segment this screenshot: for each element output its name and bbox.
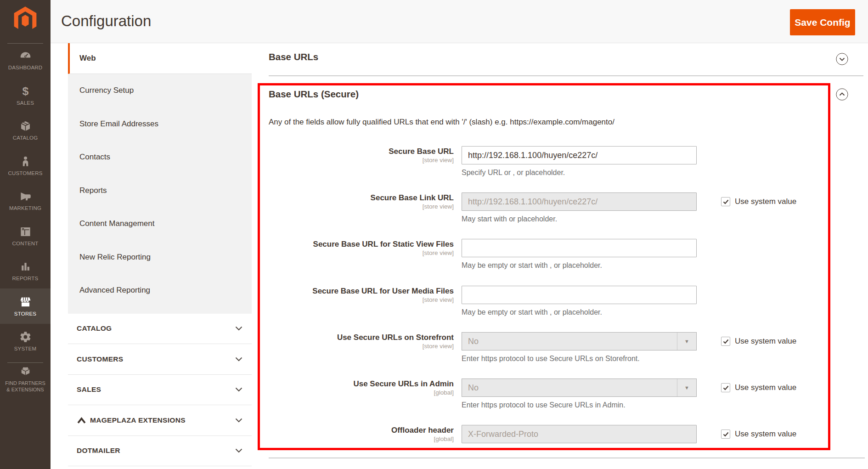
section-title-base-urls: Base URLs <box>269 51 318 62</box>
config-nav-section-dotmailer[interactable]: DOTMAILER <box>68 436 252 467</box>
secure-base-url-for-static-view-files-input[interactable] <box>462 239 697 257</box>
stores-icon <box>19 296 32 308</box>
config-nav-section-sales[interactable]: SALES <box>68 375 252 406</box>
sidebar-item-label: SALES <box>17 100 34 106</box>
config-nav-section-label: CUSTOMERS <box>77 355 235 363</box>
reports-icon <box>19 260 32 273</box>
sidebar-item-label: MARKETING <box>9 205 41 211</box>
config-nav-item-label: Advanced Reporting <box>79 286 150 295</box>
chevron-down-icon <box>235 446 242 455</box>
sidebar-item-catalog[interactable]: CATALOG <box>0 113 51 148</box>
field-scope: [global] <box>269 389 454 396</box>
use-system-value-label: Use system value <box>735 337 796 346</box>
field-note: May be empty or start with , or placehol… <box>462 261 602 270</box>
field-label-text: Secure Base Link URL <box>269 193 454 203</box>
config-nav-item-web[interactable]: Web <box>68 43 252 74</box>
section-divider <box>269 75 863 76</box>
main-menu-sidebar: DASHBOARD$SALESCATALOGCUSTOMERSMARKETING… <box>0 0 51 469</box>
sidebar-item-dashboard[interactable]: DASHBOARD <box>0 42 51 78</box>
field-label: Secure Base URL for Static View Files[st… <box>269 239 454 257</box>
config-nav-item-content-management[interactable]: Content Management <box>68 207 252 241</box>
sidebar-item-label: STORES <box>14 311 36 316</box>
sidebar-item-content[interactable]: CONTENT <box>0 218 51 254</box>
field-label-text: Use Secure URLs on Storefront <box>269 333 454 342</box>
sidebar-item-customers[interactable]: CUSTOMERS <box>0 148 51 183</box>
magento-admin-configuration-page: DASHBOARD$SALESCATALOGCUSTOMERSMARKETING… <box>0 0 868 469</box>
config-nav-section-customers[interactable]: CUSTOMERS <box>68 344 252 375</box>
field-note: May be empty or start with , or placehol… <box>462 308 602 316</box>
use-system-value-checkbox[interactable] <box>721 429 730 439</box>
content-icon <box>19 226 32 238</box>
config-nav-item-label: Reports <box>79 186 107 195</box>
sidebar-item-stores[interactable]: STORES <box>0 288 51 324</box>
use-system-value-checkbox[interactable] <box>721 197 730 206</box>
dropdown-arrow-icon: ▼ <box>677 333 696 350</box>
secure-base-link-url-input[interactable] <box>462 192 697 211</box>
page-title: Configuration <box>61 12 151 30</box>
config-nav-section-label: DOTMAILER <box>77 446 235 455</box>
field-label-text: Secure Base URL <box>269 147 454 156</box>
sidebar-item-find-partners-extensions[interactable]: FIND PARTNERS & EXTENSIONS <box>0 365 51 393</box>
field-label: Secure Base URL for User Media Files[sto… <box>269 286 454 304</box>
offloader-header-input[interactable] <box>462 425 697 443</box>
collapse-section-button[interactable] <box>836 53 848 65</box>
sidebar-item-sales[interactable]: $SALES <box>0 78 51 113</box>
sidebar-item-system[interactable]: SYSTEM <box>0 323 51 359</box>
config-nav-section-list: CATALOGCUSTOMERSSALESMAGEPLAZA EXTENSION… <box>68 314 252 467</box>
sidebar-item-label: DASHBOARD <box>8 65 43 70</box>
config-nav-item-store-email-addresses[interactable]: Store Email Addresses <box>68 107 252 141</box>
field-scope: [global] <box>269 435 454 443</box>
sales-icon: $ <box>19 85 32 97</box>
config-nav-section-label: MAGEPLAZA EXTENSIONS <box>90 416 235 424</box>
collapse-section-button[interactable] <box>836 88 848 101</box>
config-nav-section-mageplaza-extensions[interactable]: MAGEPLAZA EXTENSIONS <box>68 405 252 436</box>
select-value: No <box>468 383 479 393</box>
use-system-value-label: Use system value <box>735 197 796 206</box>
config-nav-section-label: SALES <box>77 385 235 394</box>
sidebar-item-marketing[interactable]: MARKETING <box>0 183 51 218</box>
config-nav-item-currency-setup[interactable]: Currency Setup <box>68 74 252 107</box>
chevron-down-icon <box>235 324 242 333</box>
use-secure-urls-in-admin-select[interactable]: No▼ <box>462 379 697 397</box>
sidebar-item-label: SYSTEM <box>14 346 37 351</box>
field-label-text: Secure Base URL for Static View Files <box>269 239 454 249</box>
dashboard-icon <box>19 50 32 62</box>
sidebar-item-label: CUSTOMERS <box>8 170 42 176</box>
sidebar-divider <box>7 362 43 363</box>
field-label: Offloader header[global] <box>269 425 454 443</box>
config-nav-item-new-relic-reporting[interactable]: New Relic Reporting <box>68 241 252 274</box>
config-nav-item-advanced-reporting[interactable]: Advanced Reporting <box>68 274 252 307</box>
use-system-value-checkbox[interactable] <box>721 337 730 346</box>
sidebar-item-label: FIND PARTNERS & EXTENSIONS <box>5 380 45 393</box>
extensions-icon <box>19 365 32 379</box>
config-nav-item-label: New Relic Reporting <box>79 253 151 262</box>
magento-logo[interactable] <box>11 6 39 34</box>
catalog-icon <box>19 120 32 132</box>
field-label: Use Secure URLs on Storefront[store view… <box>269 333 454 350</box>
sidebar-item-reports[interactable]: REPORTS <box>0 253 51 288</box>
save-config-button[interactable]: Save Config <box>790 9 855 35</box>
dropdown-arrow-icon: ▼ <box>677 379 696 396</box>
field-label-text: Secure Base URL for User Media Files <box>269 286 454 296</box>
config-nav-section-label: CATALOG <box>77 324 235 333</box>
field-label: Use Secure URLs in Admin[global] <box>269 379 454 396</box>
field-label-text: Use Secure URLs in Admin <box>269 379 454 389</box>
field-scope: [store view] <box>269 156 454 164</box>
use-secure-urls-on-storefront-select[interactable]: No▼ <box>462 332 697 350</box>
config-nav-section-catalog[interactable]: CATALOG <box>68 314 252 345</box>
customers-icon <box>19 155 32 168</box>
section-divider <box>269 458 865 458</box>
secure-base-url-for-user-media-files-input[interactable] <box>462 286 697 304</box>
secure-base-url-input[interactable] <box>462 146 697 164</box>
field-label: Secure Base Link URL[store view] <box>269 193 454 210</box>
marketing-icon <box>19 190 32 203</box>
field-scope: [store view] <box>269 249 454 257</box>
use-system-value-checkbox[interactable] <box>721 383 730 392</box>
svg-text:$: $ <box>22 85 28 97</box>
field-scope: [store view] <box>269 342 454 350</box>
field-note: Enter https protocol to use Secure URLs … <box>462 355 640 363</box>
config-nav-item-contacts[interactable]: Contacts <box>68 141 252 174</box>
config-nav-item-reports[interactable]: Reports <box>68 174 252 208</box>
select-value: No <box>468 337 479 346</box>
chevron-down-icon <box>235 416 242 424</box>
